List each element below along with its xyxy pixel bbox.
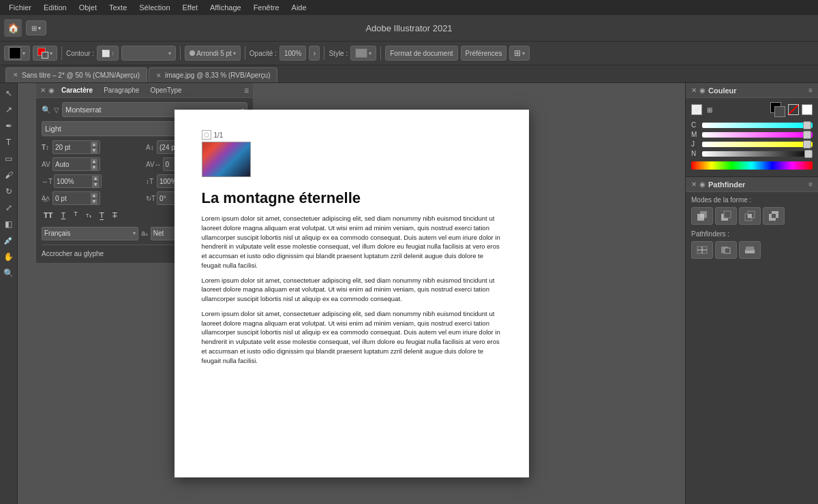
menu-objet[interactable]: Objet: [74, 2, 102, 13]
char-panel-collapse[interactable]: ◉: [48, 86, 55, 94]
right-panels: ✕ ◉ Couleur ≡ ↺ ⊞: [685, 83, 818, 504]
font-size-down[interactable]: ▼: [91, 148, 97, 153]
pf-intersect-btn[interactable]: [739, 207, 761, 225]
tab-close-1[interactable]: ✕: [13, 72, 18, 78]
pf-minus-btn[interactable]: [715, 207, 737, 225]
pf-divide-btn[interactable]: [691, 241, 713, 259]
font-size-input[interactable]: 20 pt ▲ ▼: [52, 140, 100, 154]
typo-btn-t-under[interactable]: T̲: [97, 210, 106, 221]
left-tools: ↖ ↗ ✒ T ▭ 🖌 ↻ ⤢ ◧ 💉 ✋ 🔍: [0, 83, 18, 504]
white-swatch[interactable]: [802, 104, 813, 115]
couleur-panel-menu[interactable]: ≡: [808, 86, 813, 94]
couleur-panel-close[interactable]: ✕: [691, 86, 697, 94]
menu-affichage[interactable]: Affichage: [205, 2, 246, 13]
pen-tool[interactable]: ✒: [1, 119, 16, 133]
menu-aide[interactable]: Aide: [287, 2, 312, 13]
pf-merge-btn[interactable]: [739, 241, 761, 259]
home-icon[interactable]: 🏠: [4, 19, 22, 37]
language-select[interactable]: Français ▾: [42, 227, 138, 240]
menu-edition[interactable]: Edition: [39, 2, 72, 13]
baseline-input[interactable]: 0 pt ▲ ▼: [52, 191, 100, 205]
char-panel-menu[interactable]: ≡: [244, 86, 249, 95]
contour-label: Contour :: [66, 50, 94, 57]
format-document-button[interactable]: Format de document: [385, 46, 457, 61]
contour-select[interactable]: ▾: [121, 46, 176, 61]
baseline-up[interactable]: ▲: [91, 193, 97, 198]
kerning-up[interactable]: ▲: [91, 159, 97, 164]
hand-tool[interactable]: ✋: [1, 249, 16, 264]
kerning-input[interactable]: Auto ▲ ▼: [52, 157, 100, 171]
no-color-swatch[interactable]: [788, 104, 799, 115]
canvas-area: ✕ ◉ Caractère Paragraphe OpenType ≡ 🔍 ▽ …: [18, 83, 685, 504]
typo-btn-tt[interactable]: TT: [42, 210, 55, 220]
color-slider-j[interactable]: [702, 142, 813, 147]
char-panel-close[interactable]: ✕: [40, 86, 46, 94]
tab-label-1: Sans titre – 2* @ 50 % (CMJN/Aperçu): [22, 72, 140, 79]
baseline-down[interactable]: ▼: [91, 199, 97, 204]
opacity-field[interactable]: 100%: [279, 46, 307, 61]
color-row-n: N: [691, 150, 813, 157]
menu-fenetre[interactable]: Fenêtre: [249, 2, 284, 13]
pf-unite-btn[interactable]: [691, 207, 713, 225]
selection-tool[interactable]: ↖: [1, 86, 16, 101]
hscale-up[interactable]: ▲: [92, 176, 99, 181]
arrondi-field[interactable]: Arrondi 5 pt ▾: [185, 46, 241, 61]
color-mode-btn-2[interactable]: ⊞: [704, 104, 715, 115]
color-rainbow-bar[interactable]: [691, 161, 813, 170]
pf-trim-btn[interactable]: [715, 241, 737, 259]
workspace-switcher[interactable]: ⊞ ▾: [26, 20, 46, 35]
color-thumb-n: [804, 150, 813, 158]
color-slider-c[interactable]: [702, 123, 813, 128]
hscale-input[interactable]: 100% ▲ ▼: [54, 174, 102, 188]
tab-opentype[interactable]: OpenType: [146, 85, 185, 95]
pathfinder-panel-menu[interactable]: ≡: [808, 180, 813, 188]
contour-field[interactable]: ⬜ ↕: [97, 46, 119, 61]
search-filter-icon[interactable]: ▽: [54, 106, 59, 114]
stroke-swatch[interactable]: ▾: [33, 46, 57, 61]
arrange-button[interactable]: ⊞ ▾: [509, 46, 530, 61]
tab-image-jpg[interactable]: ✕ image.jpg @ 8,33 % (RVB/Aperçu): [149, 67, 277, 82]
tab-caractere[interactable]: Caractère: [57, 85, 97, 95]
color-mode-row: ↺ ⊞: [691, 102, 813, 117]
image-thumbnail[interactable]: [202, 142, 251, 177]
opacity-arrow[interactable]: ›: [309, 46, 320, 61]
hscale-down[interactable]: ▼: [92, 182, 99, 187]
menu-texte[interactable]: Texte: [104, 2, 132, 13]
typo-btn-t-small[interactable]: T: [59, 210, 67, 220]
font-size-up[interactable]: ▲: [91, 142, 97, 147]
preferences-button[interactable]: Préférences: [461, 46, 507, 61]
opacity-label: Opacité :: [249, 50, 277, 57]
menu-selection[interactable]: Sélection: [134, 2, 175, 13]
hscale-icon: ↔T: [42, 178, 52, 185]
typo-btn-t-caps[interactable]: T: [72, 210, 80, 221]
typo-btn-t-sub[interactable]: T₁: [84, 212, 93, 219]
shape-tool[interactable]: ▭: [1, 151, 16, 166]
zoom-tool[interactable]: 🔍: [1, 266, 16, 281]
tab-paragraphe[interactable]: Paragraphe: [100, 85, 143, 95]
pathfinder-panel-close[interactable]: ✕: [691, 180, 697, 188]
fill-swatch[interactable]: ▾: [4, 46, 30, 61]
tab-close-2[interactable]: ✕: [156, 72, 162, 79]
direct-selection-tool[interactable]: ↗: [1, 102, 16, 117]
couleur-collapse[interactable]: ◉: [699, 86, 706, 94]
pathfinder-panel-title: Pathfinder: [708, 180, 745, 189]
style-field[interactable]: ▾: [350, 46, 376, 61]
kerning-down[interactable]: ▼: [91, 165, 97, 170]
text-tool[interactable]: T: [1, 135, 16, 150]
menu-fichier[interactable]: Fichier: [4, 2, 36, 13]
svg-rect-15: [725, 248, 730, 253]
menu-effet[interactable]: Effet: [178, 2, 202, 13]
brush-tool[interactable]: 🖌: [1, 168, 16, 183]
tab-sans-titre[interactable]: ✕ Sans titre – 2* @ 50 % (CMJN/Aperçu): [5, 67, 147, 82]
typo-btn-t-strike[interactable]: T̶: [110, 210, 119, 221]
color-slider-m[interactable]: [702, 132, 813, 138]
fg-color-swatch[interactable]: [770, 102, 785, 117]
scale-tool[interactable]: ⤢: [1, 200, 16, 215]
gradient-tool[interactable]: ◧: [1, 217, 16, 232]
color-mode-btn-1[interactable]: ↺: [691, 104, 702, 115]
eyedropper-tool[interactable]: 💉: [1, 233, 16, 248]
pathfinder-collapse[interactable]: ◉: [699, 180, 706, 188]
rotate-tool[interactable]: ↻: [1, 184, 16, 199]
color-slider-n[interactable]: [702, 151, 813, 157]
pf-exclude-btn[interactable]: [763, 207, 785, 225]
